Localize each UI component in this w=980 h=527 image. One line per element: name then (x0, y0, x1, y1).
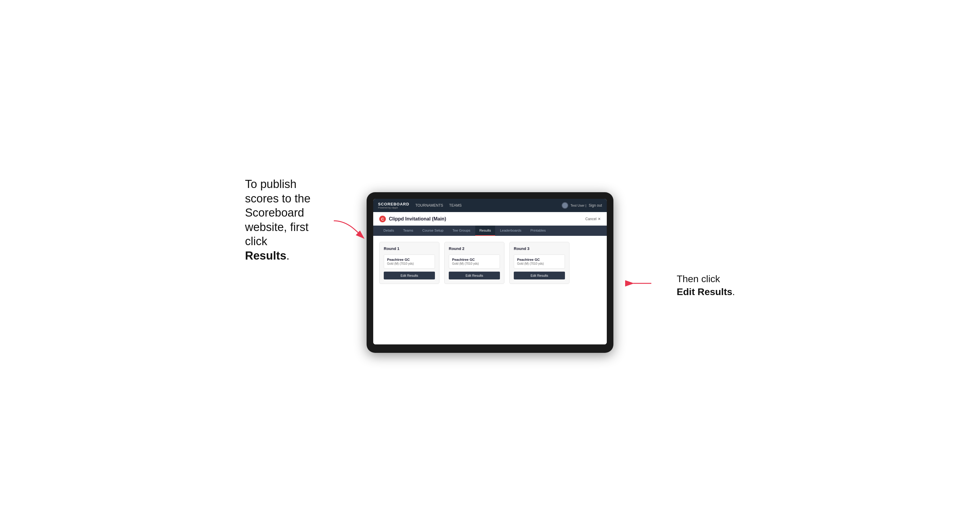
avatar-inner (562, 203, 568, 208)
round-1-course-card: Peachtree GC Gold (M) (7010 yds) (384, 254, 435, 268)
round-3-course-card: Peachtree GC Gold (M) (7010 yds) (514, 254, 565, 268)
cancel-button[interactable]: Cancel ✕ (585, 217, 601, 221)
tab-teams[interactable]: Teams (399, 225, 417, 236)
tab-results[interactable]: Results (475, 225, 495, 236)
tournament-title-area: C Clippd Invitational (Main) (379, 216, 446, 222)
arrow-bottom (630, 276, 654, 292)
round-2-card: Round 2 Peachtree GC Gold (M) (7010 yds)… (444, 242, 504, 284)
round-3-title: Round 3 (514, 246, 565, 251)
tablet-device: SCOREBOARD Powered by clippd TOURNAMENTS… (367, 192, 613, 353)
round-3-course-name: Peachtree GC (517, 258, 562, 261)
nav-links: TOURNAMENTS TEAMS (415, 202, 562, 209)
logo-sub: Powered by clippd (378, 206, 398, 209)
tournament-title: Clippd Invitational (Main) (389, 216, 446, 222)
tab-tee-groups[interactable]: Tee Groups (448, 225, 474, 236)
tab-course-setup[interactable]: Course Setup (418, 225, 447, 236)
round-2-course-card: Peachtree GC Gold (M) (7010 yds) (449, 254, 500, 268)
round-2-edit-results-button[interactable]: Edit Results (449, 271, 500, 279)
user-avatar (562, 202, 568, 209)
round-2-course-details: Gold (M) (7010 yds) (452, 262, 496, 265)
round-1-edit-results-button[interactable]: Edit Results (384, 271, 435, 279)
nav-tournaments[interactable]: TOURNAMENTS (415, 202, 443, 209)
instruction-bottom: Then click Edit Results. (677, 273, 735, 298)
results-content: Round 1 Peachtree GC Gold (M) (7010 yds)… (373, 236, 607, 290)
round-3-edit-results-button[interactable]: Edit Results (514, 271, 565, 279)
page-content: C Clippd Invitational (Main) Cancel ✕ De… (373, 212, 607, 344)
arrow-top (331, 218, 367, 243)
nav-signout[interactable]: Sign out (589, 202, 602, 209)
round-2-course-name: Peachtree GC (452, 258, 496, 261)
tablet-screen: SCOREBOARD Powered by clippd TOURNAMENTS… (373, 199, 607, 344)
instruction-top: To publish scores to the Scoreboard webs… (245, 177, 329, 263)
tab-printables[interactable]: Printables (526, 225, 550, 236)
nav-user-text: Test User | (571, 204, 586, 207)
tournament-header: C Clippd Invitational (Main) Cancel ✕ (373, 212, 607, 225)
instruction-results-bold: Results (245, 249, 286, 262)
nav-teams[interactable]: TEAMS (449, 202, 461, 209)
nav-right: Test User | Sign out (562, 202, 602, 209)
nav-bar: SCOREBOARD Powered by clippd TOURNAMENTS… (373, 199, 607, 212)
round-1-course-name: Peachtree GC (387, 258, 432, 261)
round-1-title: Round 1 (384, 246, 435, 251)
round-3-course-details: Gold (M) (7010 yds) (517, 262, 562, 265)
round-1-course-details: Gold (M) (7010 yds) (387, 262, 432, 265)
tab-leaderboards[interactable]: Leaderboards (496, 225, 525, 236)
round-2-title: Round 2 (449, 246, 500, 251)
round-1-card: Round 1 Peachtree GC Gold (M) (7010 yds)… (379, 242, 439, 284)
logo-text: SCOREBOARD (378, 202, 409, 206)
logo-area: SCOREBOARD Powered by clippd (378, 202, 409, 209)
round-3-card: Round 3 Peachtree GC Gold (M) (7010 yds)… (509, 242, 570, 284)
instruction-top-text: To publish scores to the Scoreboard webs… (245, 178, 310, 248)
tab-details[interactable]: Details (379, 225, 398, 236)
instruction-edit-results-bold: Edit Results (677, 286, 732, 297)
c-logo: C (379, 216, 386, 222)
tab-nav: Details Teams Course Setup Tee Groups Re… (373, 225, 607, 236)
